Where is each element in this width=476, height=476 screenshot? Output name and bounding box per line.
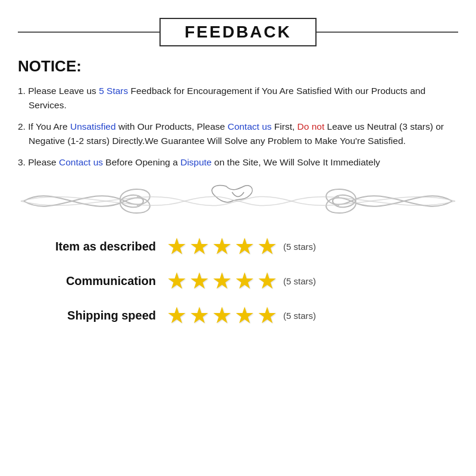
notice-item-2: 2. If You Are Unsatisfied with Our Produ… <box>18 120 458 148</box>
header-left-line <box>18 32 159 33</box>
rating-label-item-as-described: Item as described <box>24 240 167 253</box>
contact-us-link-2: Contact us <box>59 157 103 167</box>
star-3-3: ★ <box>212 304 232 327</box>
do-not-link: Do not <box>298 121 325 131</box>
star-1-3: ★ <box>212 235 232 258</box>
feedback-header: FEEDBACK <box>18 18 458 46</box>
feedback-title: FEEDBACK <box>159 18 317 46</box>
notice-item-2-number: 2. <box>18 121 26 131</box>
rating-row-item-as-described: Item as described ★ ★ ★ ★ ★ (5 stars) <box>24 235 452 258</box>
header-right-line <box>317 32 458 33</box>
rating-label-shipping-speed: Shipping speed <box>24 309 167 322</box>
rating-row-shipping-speed: Shipping speed ★ ★ ★ ★ ★ (5 stars) <box>24 304 452 327</box>
star-1-4: ★ <box>234 235 255 258</box>
star-3-2: ★ <box>189 304 209 327</box>
notice-item-2-text: If You Are Unsatisfied with Our Products… <box>28 121 444 146</box>
star-2-2: ★ <box>189 270 209 292</box>
star-count-3: (5 stars) <box>283 311 316 321</box>
unsatisfied-link: Unsatisfied <box>70 121 116 131</box>
ratings-section: Item as described ★ ★ ★ ★ ★ (5 stars) Co… <box>18 235 458 327</box>
star-1-1: ★ <box>167 235 187 258</box>
star-count-2: (5 stars) <box>283 276 316 286</box>
stars-group-2: ★ ★ ★ ★ ★ (5 stars) <box>167 270 316 292</box>
notice-item-3: 3. Please Contact us Before Opening a Di… <box>18 155 458 170</box>
rating-row-communication: Communication ★ ★ ★ ★ ★ (5 stars) <box>24 270 452 292</box>
notice-list: 1. Please Leave us 5 Stars Feedback for … <box>18 84 458 170</box>
star-2-4: ★ <box>234 270 255 292</box>
notice-item-1-number: 1. <box>18 86 26 96</box>
notice-item-3-number: 3. <box>18 157 26 167</box>
star-2-3: ★ <box>212 270 232 292</box>
star-3-4: ★ <box>234 304 255 327</box>
star-2-5: ★ <box>257 270 277 292</box>
star-1-2: ★ <box>189 235 209 258</box>
star-2-1: ★ <box>167 270 187 292</box>
star-1-5: ★ <box>257 235 277 258</box>
notice-item-1: 1. Please Leave us 5 Stars Feedback for … <box>18 84 458 112</box>
rating-label-communication: Communication <box>24 274 167 288</box>
five-stars-link: 5 Stars <box>99 86 128 96</box>
notice-item-3-text: Please Contact us Before Opening a Dispu… <box>28 157 380 167</box>
notice-title: NOTICE: <box>18 57 458 76</box>
stars-group-3: ★ ★ ★ ★ ★ (5 stars) <box>167 304 316 327</box>
contact-us-link-1: Contact us <box>227 121 271 131</box>
star-count-1: (5 stars) <box>283 242 316 252</box>
stars-group-1: ★ ★ ★ ★ ★ (5 stars) <box>167 235 316 258</box>
star-3-1: ★ <box>167 304 187 327</box>
notice-item-1-text: Please Leave us 5 Stars Feedback for Enc… <box>28 86 425 110</box>
decorative-divider <box>18 180 458 222</box>
dispute-link: Dispute <box>180 157 212 167</box>
page: FEEDBACK NOTICE: 1. Please Leave us 5 St… <box>0 0 476 476</box>
star-3-5: ★ <box>257 304 277 327</box>
